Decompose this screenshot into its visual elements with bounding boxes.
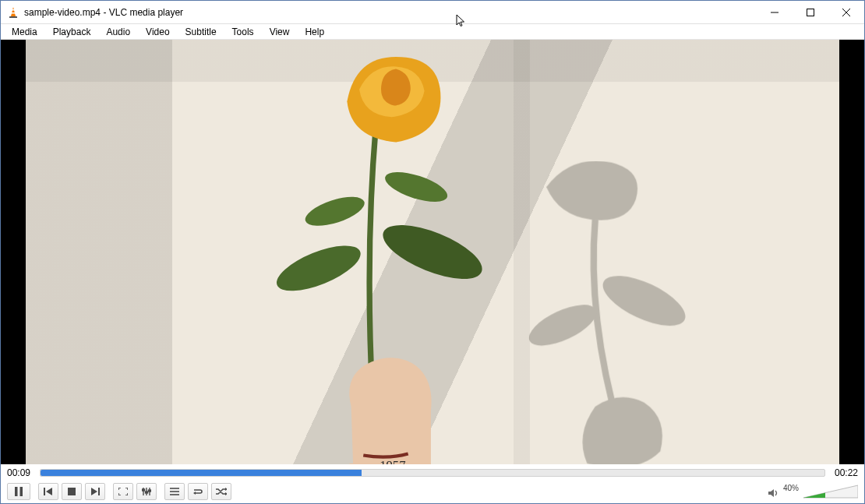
menu-subtitle[interactable]: Subtitle — [178, 25, 224, 39]
svg-marker-36 — [803, 485, 858, 498]
pause-button[interactable] — [7, 483, 30, 500]
video-area[interactable]: 1957 — [1, 40, 864, 464]
svg-point-8 — [596, 266, 692, 336]
svg-rect-5 — [807, 9, 814, 16]
svg-point-9 — [524, 297, 602, 354]
menu-video[interactable]: Video — [138, 25, 177, 39]
svg-rect-3 — [9, 16, 17, 18]
menu-help[interactable]: Help — [297, 25, 332, 39]
seek-bar-progress — [41, 470, 362, 476]
volume-control: 40% — [768, 485, 858, 499]
close-button[interactable] — [828, 1, 864, 23]
seek-row: 00:09 00:22 — [1, 464, 864, 481]
svg-point-11 — [271, 237, 366, 301]
svg-rect-18 — [44, 488, 45, 495]
volume-fill — [803, 485, 825, 499]
stop-button[interactable] — [62, 483, 82, 500]
menu-view[interactable]: View — [262, 25, 298, 39]
volume-slider[interactable] — [803, 485, 858, 499]
mouse-cursor-icon — [456, 14, 467, 30]
fullscreen-button[interactable] — [113, 483, 133, 500]
svg-rect-20 — [68, 488, 76, 495]
time-total[interactable]: 00:22 — [831, 467, 858, 478]
svg-rect-2 — [11, 12, 16, 14]
svg-rect-1 — [12, 9, 16, 11]
playlist-button[interactable] — [164, 483, 185, 500]
svg-point-10 — [376, 214, 489, 290]
svg-marker-35 — [768, 489, 774, 497]
svg-rect-17 — [20, 487, 23, 496]
window-title: sample-video.mp4 - VLC media player — [24, 7, 183, 18]
video-frame: 1957 — [26, 40, 839, 464]
time-elapsed[interactable]: 00:09 — [7, 467, 34, 478]
speaker-icon[interactable] — [768, 488, 778, 499]
svg-marker-34 — [225, 492, 227, 495]
svg-rect-27 — [146, 492, 148, 493]
minimize-button[interactable] — [757, 1, 793, 23]
svg-marker-19 — [46, 488, 52, 495]
svg-marker-21 — [91, 488, 97, 495]
svg-text:1957: 1957 — [380, 458, 405, 464]
svg-rect-28 — [149, 490, 151, 492]
next-button[interactable] — [85, 483, 105, 500]
svg-rect-26 — [143, 489, 145, 491]
svg-marker-0 — [11, 7, 16, 16]
svg-marker-32 — [193, 492, 196, 495]
window-controls — [757, 1, 864, 23]
controls-row: 40% — [1, 481, 864, 503]
menu-playback[interactable]: Playback — [45, 25, 99, 39]
maximize-button[interactable] — [793, 1, 828, 23]
vlc-cone-icon — [7, 6, 19, 19]
svg-point-13 — [302, 191, 367, 231]
menubar: Media Playback Audio Video Subtitle Tool… — [1, 24, 864, 40]
svg-rect-16 — [15, 487, 18, 496]
svg-point-12 — [382, 166, 450, 208]
menu-audio[interactable]: Audio — [98, 25, 138, 39]
volume-percent-label: 40% — [783, 484, 799, 492]
shuffle-button[interactable] — [211, 483, 231, 500]
menu-tools[interactable]: Tools — [224, 25, 262, 39]
seek-bar[interactable] — [40, 469, 825, 477]
svg-rect-22 — [98, 488, 100, 495]
previous-button[interactable] — [38, 483, 58, 500]
titlebar: sample-video.mp4 - VLC media player — [1, 1, 864, 24]
svg-marker-33 — [225, 488, 227, 491]
menu-media[interactable]: Media — [4, 25, 45, 39]
loop-button[interactable] — [188, 483, 208, 500]
extended-settings-button[interactable] — [136, 483, 157, 500]
